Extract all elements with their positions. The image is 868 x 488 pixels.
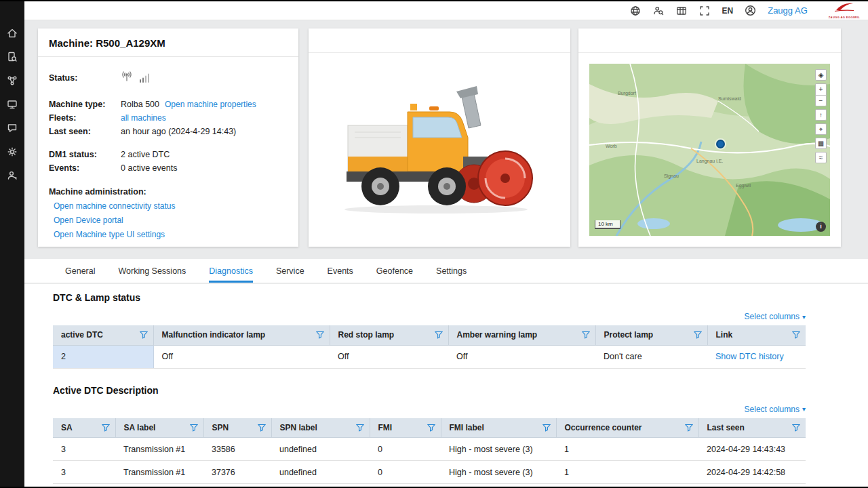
network-icon — [7, 75, 18, 89]
col-fmi-label: FMI label — [441, 418, 556, 438]
all-machines-link[interactable]: all machines — [121, 113, 166, 123]
filter-icon[interactable] — [427, 424, 435, 432]
brand-logo[interactable]: ZAUGG AG EGGIWIL — [829, 2, 860, 19]
map-controls: ◈ + − ↑ ⌖ ▦ ≈ — [815, 69, 827, 163]
filter-icon[interactable] — [685, 424, 693, 432]
map-zoom-out-button[interactable]: − — [815, 95, 827, 106]
mil-cell: Off — [153, 345, 330, 368]
active-dtc-table: SA SA label SPN SPN label FMI FMI label … — [53, 418, 806, 485]
protect-lamp-cell: Don't care — [595, 345, 707, 368]
fmi-label-cell: High - most severe (3) — [441, 461, 556, 484]
machine-location-marker[interactable] — [716, 140, 725, 148]
select-columns-link[interactable]: Select columns — [745, 405, 800, 414]
tab-service[interactable]: Service — [276, 259, 304, 283]
map-attribution-button[interactable]: i — [816, 222, 826, 232]
sidebar-item-messages[interactable] — [6, 123, 18, 136]
red-stop-cell: Off — [330, 345, 448, 368]
filter-icon[interactable] — [435, 331, 443, 339]
map-navigate-button[interactable]: ◈ — [815, 69, 827, 81]
show-dtc-history-link[interactable]: Show DTC history — [715, 352, 784, 361]
screen-top-edge — [0, 0, 868, 1]
col-spn: SPN — [203, 418, 271, 438]
filter-icon[interactable] — [542, 424, 551, 432]
sa-label-cell: Transmission #1 — [115, 461, 203, 484]
col-red-stop-lamp: Red stop lamp — [330, 325, 448, 345]
events-value: 0 active events — [121, 163, 177, 173]
sidebar-item-fleets[interactable] — [6, 76, 18, 88]
map-layers-button[interactable]: ▦ — [815, 138, 827, 149]
open-machine-type-ui-link[interactable]: Open Machine type UI settings — [54, 230, 165, 239]
machine-type-value: Rolba 500 — [121, 100, 159, 109]
filter-icon[interactable] — [316, 331, 324, 339]
map-measure-button[interactable]: ≈ — [815, 152, 827, 163]
zaugg-logo-icon — [833, 2, 855, 15]
map-canvas[interactable]: Burgdorf Sumiswald Worb Signau Langnau i… — [589, 64, 830, 236]
spn-cell: 37376 — [203, 461, 271, 484]
brand-logo-text: ZAUGG AG EGGIWIL — [829, 16, 860, 19]
col-amber-warning-lamp: Amber warning lamp — [448, 325, 595, 345]
fleets-row: Fleets: all machines — [49, 113, 288, 123]
card-header — [309, 28, 570, 53]
document-search-icon — [7, 52, 18, 65]
status-row: Status: — [49, 70, 288, 85]
map-place-label: Langnau i.E. — [696, 159, 723, 163]
fullscreen-icon[interactable] — [699, 5, 711, 16]
account-icon[interactable] — [745, 5, 756, 16]
open-device-portal-link[interactable]: Open Device portal — [54, 216, 123, 225]
tab-general[interactable]: General — [65, 259, 95, 283]
filter-icon[interactable] — [102, 424, 110, 432]
machine-photo — [328, 77, 551, 222]
map-zoom-in-button[interactable]: + — [815, 83, 827, 95]
signal-bars-icon — [138, 72, 151, 85]
antenna-icon — [121, 70, 133, 85]
fleets-label: Fleets: — [49, 113, 121, 123]
map-locate-button[interactable]: ⌖ — [815, 123, 827, 135]
events-label: Events: — [49, 163, 121, 173]
table-columns-icon[interactable] — [676, 5, 688, 16]
language-selector[interactable]: EN — [722, 6, 734, 16]
map-place-label: Burgdorf — [618, 91, 636, 96]
user-search-icon[interactable] — [653, 5, 665, 16]
user-key-icon — [7, 170, 18, 184]
sidebar-item-machines[interactable] — [6, 100, 18, 112]
tenant-link[interactable]: Zaugg AG — [768, 5, 808, 16]
sidebar — [0, 0, 24, 488]
filter-icon[interactable] — [582, 331, 590, 339]
spn-label-cell: undefined — [271, 461, 370, 484]
col-sa: SA — [53, 418, 115, 438]
chevron-down-icon: ▾ — [802, 313, 806, 321]
tab-diagnostics[interactable]: Diagnostics — [209, 259, 253, 283]
filter-icon[interactable] — [140, 331, 148, 339]
card-header — [578, 28, 841, 53]
filter-icon[interactable] — [190, 424, 198, 432]
select-columns-link[interactable]: Select columns — [745, 312, 800, 321]
dtc-lamp-table: active DTC Malfunction indicator lamp Re… — [53, 325, 806, 369]
tab-geofence[interactable]: Geofence — [376, 259, 413, 283]
sidebar-item-reports[interactable] — [6, 52, 18, 64]
globe-icon[interactable] — [630, 5, 642, 16]
last-seen-cell: 2024-04-29 14:42:58 — [698, 461, 806, 484]
col-fmi: FMI — [370, 418, 441, 438]
filter-icon[interactable] — [356, 424, 364, 432]
tab-working-sessions[interactable]: Working Sessions — [118, 259, 186, 283]
machine-tabs: General Working Sessions Diagnostics Ser… — [24, 259, 868, 283]
fmi-cell: 0 — [370, 461, 441, 484]
open-machine-properties-link[interactable]: Open machine properties — [165, 100, 256, 109]
map-place-label: Eggiwil — [736, 183, 751, 188]
tab-settings[interactable]: Settings — [436, 259, 467, 283]
tab-events[interactable]: Events — [328, 259, 353, 283]
sidebar-item-settings[interactable] — [6, 147, 18, 159]
map-place-label: Signau — [664, 174, 679, 178]
sa-label-cell: Transmission #1 — [115, 438, 203, 461]
filter-icon[interactable] — [694, 331, 702, 339]
filter-icon[interactable] — [792, 331, 800, 339]
dm1-label: DM1 status: — [49, 150, 121, 159]
occurrence-cell: 1 — [556, 438, 698, 461]
sidebar-item-users[interactable] — [6, 171, 18, 183]
map-pan-up-button[interactable]: ↑ — [815, 109, 827, 121]
open-connectivity-status-link[interactable]: Open machine connectivity status — [54, 201, 175, 211]
sidebar-item-home[interactable] — [6, 28, 18, 41]
sa-cell: 3 — [53, 461, 115, 484]
filter-icon[interactable] — [258, 424, 266, 432]
filter-icon[interactable] — [792, 424, 800, 432]
